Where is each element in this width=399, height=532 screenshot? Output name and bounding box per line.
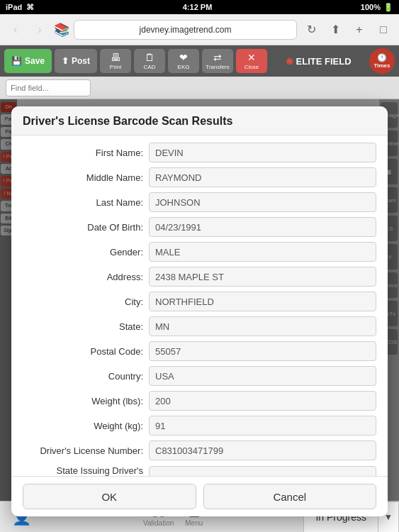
form-row-state-issuing: State Issuing Driver's License:: [23, 465, 376, 476]
modal-title-bar: Driver's License Barcode Scan Results: [11, 106, 388, 135]
form-row-state: State:: [23, 316, 376, 336]
transfers-button[interactable]: ⇄ Transfers: [202, 49, 233, 73]
modal-dialog: Driver's License Barcode Scan Results Fi…: [11, 106, 388, 516]
form-row-country: Country:: [23, 366, 376, 386]
elite-field-label: ❀ ELITE FIELD: [286, 56, 352, 67]
form-row-gender: Gender:: [23, 242, 376, 262]
forward-button[interactable]: ›: [30, 20, 50, 40]
url-text: jdevney.imagetrend.com: [140, 25, 232, 35]
label-address: Address:: [23, 272, 143, 282]
cad-icon: 🗒: [145, 52, 154, 63]
battery-label: 100%: [361, 3, 381, 11]
share-button[interactable]: ⬆: [325, 20, 345, 40]
form-row-weight-lbs: Weight (lbs):: [23, 391, 376, 411]
post-button[interactable]: ⬆ Post: [55, 49, 97, 73]
form-row-license-number: Driver's License Number:: [23, 440, 376, 460]
form-row-dob: Date Of Birth:: [23, 217, 376, 237]
close-button[interactable]: ✕ Close: [236, 49, 267, 73]
close-x-icon: ✕: [247, 52, 256, 63]
find-field-input[interactable]: [6, 79, 91, 96]
modal-footer: OK Cancel: [11, 476, 388, 516]
form-row-address: Address:: [23, 267, 376, 287]
label-city: City:: [23, 297, 143, 307]
form-row-city: City:: [23, 292, 376, 311]
input-postal-code[interactable]: [149, 341, 376, 361]
label-gender: Gender:: [23, 247, 143, 257]
transfers-icon: ⇄: [213, 52, 222, 63]
input-country[interactable]: [149, 366, 376, 386]
back-button[interactable]: ‹: [6, 20, 26, 40]
form-row-middle-name: Middle Name:: [23, 167, 376, 187]
bookmark-icon: 📚: [54, 22, 69, 38]
input-address[interactable]: [149, 267, 376, 287]
label-license-number: Driver's License Number:: [23, 445, 143, 456]
input-middle-name[interactable]: [149, 167, 376, 187]
tabs-button[interactable]: □: [373, 20, 393, 40]
input-gender[interactable]: [149, 242, 376, 262]
label-dob: Date Of Birth:: [23, 222, 143, 233]
times-button[interactable]: 🕐 Times: [369, 48, 395, 74]
label-country: Country:: [23, 371, 143, 382]
url-bar[interactable]: jdevney.imagetrend.com: [74, 20, 297, 40]
form-row-last-name: Last Name:: [23, 192, 376, 212]
ekg-button[interactable]: ❤ EKG: [168, 49, 199, 73]
add-tab-button[interactable]: +: [349, 20, 369, 40]
cancel-button[interactable]: Cancel: [203, 484, 377, 509]
label-state: State:: [23, 321, 143, 332]
elite-flower-icon: ❀: [286, 56, 293, 67]
label-first-name: First Name:: [23, 148, 143, 158]
wifi-icon: ⌘: [26, 3, 34, 12]
input-state-issuing[interactable]: [149, 466, 376, 476]
search-bar: [0, 77, 399, 99]
label-state-issuing: State Issuing Driver's License:: [23, 465, 143, 476]
form-row-first-name: First Name:: [23, 143, 376, 162]
carrier-label: iPad: [6, 3, 22, 11]
input-last-name[interactable]: [149, 192, 376, 212]
input-state[interactable]: [149, 316, 376, 336]
ekg-icon: ❤: [179, 52, 188, 63]
input-dob[interactable]: [149, 217, 376, 237]
label-middle-name: Middle Name:: [23, 172, 143, 183]
post-icon: ⬆: [62, 56, 69, 66]
menu-label: Menu: [185, 519, 203, 527]
modal-title: Driver's License Barcode Scan Results: [23, 115, 376, 128]
ok-button[interactable]: OK: [23, 484, 196, 509]
browser-bar: ‹ › 📚 jdevney.imagetrend.com ↻ ⬆ + □: [0, 14, 399, 45]
form-row-postal-code: Postal Code:: [23, 341, 376, 361]
battery-icon: 🔋: [383, 3, 393, 12]
input-weight-kg[interactable]: [149, 416, 376, 436]
save-button[interactable]: 💾 Save: [4, 49, 52, 73]
app-toolbar: 💾 Save ⬆ Post 🖶 Print 🗒 CAD ❤ EKG ⇄ Tran…: [0, 45, 399, 77]
input-first-name[interactable]: [149, 143, 376, 162]
save-icon: 💾: [11, 56, 22, 66]
label-postal-code: Postal Code:: [23, 346, 143, 357]
time-display: 4:12 PM: [183, 3, 213, 11]
form-row-weight-kg: Weight (kg):: [23, 416, 376, 436]
modal-body: First Name:Middle Name:Last Name:Date Of…: [11, 135, 388, 476]
label-weight-kg: Weight (kg):: [23, 421, 143, 431]
label-last-name: Last Name:: [23, 197, 143, 208]
print-button[interactable]: 🖶 Print: [100, 49, 131, 73]
main-area: ! CAD Info/Dispatch ▼ On Pat Pa Ch ! Pat…: [0, 99, 399, 501]
validation-label: Validation: [143, 519, 174, 527]
print-icon: 🖶: [111, 52, 120, 63]
label-weight-lbs: Weight (lbs):: [23, 396, 143, 406]
input-license-number[interactable]: [149, 440, 376, 460]
input-weight-lbs[interactable]: [149, 391, 376, 411]
status-bar: iPad ⌘ 4:12 PM 100% 🔋: [0, 0, 399, 14]
cad-button[interactable]: 🗒 CAD: [134, 49, 165, 73]
input-city[interactable]: [149, 292, 376, 311]
clock-icon: 🕐: [377, 53, 387, 62]
refresh-button[interactable]: ↻: [301, 20, 321, 40]
